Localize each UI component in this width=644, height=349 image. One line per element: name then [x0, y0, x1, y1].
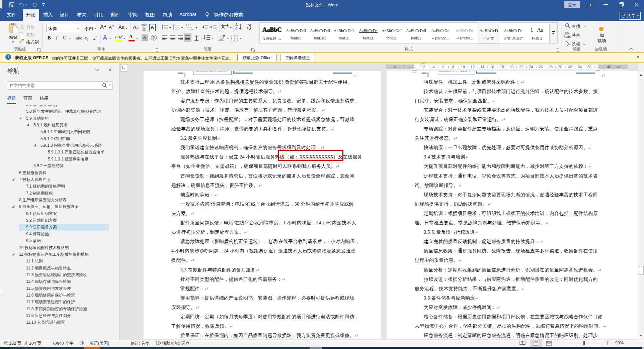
svg-text:i: i — [189, 28, 189, 30]
svg-text:1: 1 — [186, 24, 187, 26]
svg-text:a: a — [187, 26, 189, 28]
svg-text:3: 3 — [173, 28, 174, 30]
